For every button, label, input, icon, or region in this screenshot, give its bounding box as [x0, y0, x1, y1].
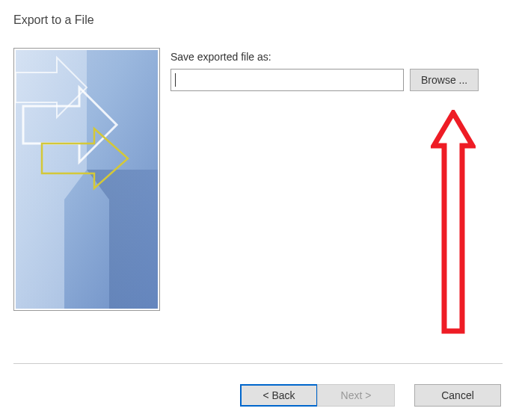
input-row: Browse ... [171, 69, 503, 91]
dialog-title: Export to a File [0, 0, 516, 27]
back-button[interactable]: < Back [240, 384, 318, 407]
button-bar: < Back Next > Cancel [240, 384, 501, 407]
next-button: Next > [317, 384, 395, 407]
content-area: Save exported file as: Browse ... [0, 27, 516, 311]
browse-button[interactable]: Browse ... [410, 69, 479, 91]
wizard-image-panel [13, 48, 160, 311]
text-cursor-icon [175, 73, 176, 87]
form-area: Save exported file as: Browse ... [171, 48, 503, 311]
cancel-button[interactable]: Cancel [414, 384, 501, 407]
separator [13, 363, 503, 364]
export-wizard-icon [16, 50, 158, 309]
file-path-input[interactable] [171, 69, 404, 91]
file-path-label: Save exported file as: [171, 51, 503, 63]
nav-button-group: < Back Next > [240, 384, 395, 407]
